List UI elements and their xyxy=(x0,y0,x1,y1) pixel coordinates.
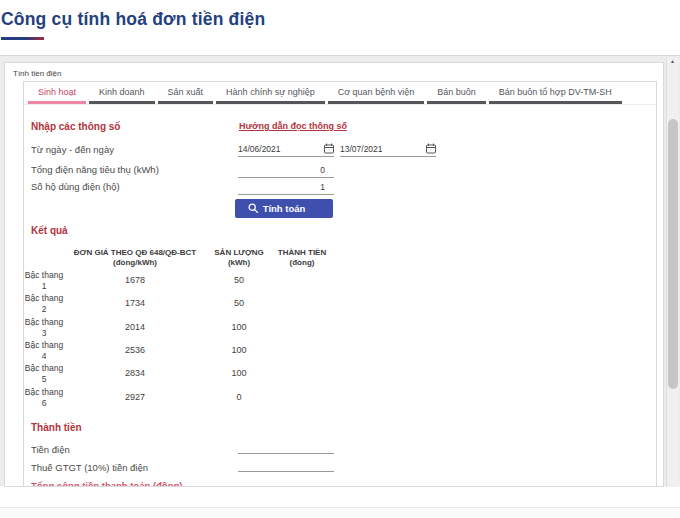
tier-number: 4 xyxy=(42,351,47,361)
tier-number: 1 xyxy=(42,281,47,291)
price-cell: 2834 xyxy=(125,368,145,378)
tier-number: 2 xyxy=(42,304,47,314)
widget-region: Tính tiền điện Sinh hoạt Kinh doanh Sản … xyxy=(0,55,680,486)
tier-label: Bậc thang xyxy=(25,270,63,280)
date-range-label: Từ ngày - đến ngày xyxy=(31,144,114,155)
input-section-title: Nhập các thông số xyxy=(31,121,120,132)
price-cell: 1678 xyxy=(125,275,145,285)
qty-cell: 50 xyxy=(234,275,244,285)
tab-kinh-doanh[interactable]: Kinh doanh xyxy=(89,82,155,104)
tier-label: Bậc thang xyxy=(25,317,63,327)
tab-bar: Sinh hoạt Kinh doanh Sản xuất Hành chính… xyxy=(24,82,656,105)
grand-total-label: Tổng cộng tiền thanh toán (đồng) xyxy=(31,480,182,487)
tier-label: Bậc thang xyxy=(25,387,63,397)
price-cell: 2014 xyxy=(125,322,145,332)
date-from-value: 14/06/2021 xyxy=(238,144,324,154)
households-input[interactable]: 1 xyxy=(238,180,334,195)
guide-link[interactable]: Hướng dẫn đọc thông số xyxy=(239,121,347,131)
calculator-panel: Tính tiền điện Sinh hoạt Kinh doanh Sản … xyxy=(4,62,664,487)
tier-number: 3 xyxy=(42,328,47,338)
date-to-input[interactable]: 13/07/2021 xyxy=(340,142,436,157)
results-section-title: Kết quả xyxy=(31,225,68,236)
vat-label: Thuế GTGT (10%) tiền điện xyxy=(31,462,148,473)
search-icon xyxy=(248,203,259,216)
totals-section-title: Thành tiền xyxy=(31,422,82,433)
tab-sinh-hoat[interactable]: Sinh hoạt xyxy=(28,82,86,104)
qty-cell: 100 xyxy=(231,322,246,332)
calendar-icon[interactable] xyxy=(426,143,436,156)
tab-co-quan-benh-vien[interactable]: Cơ quan bệnh viện xyxy=(328,82,424,104)
households-label: Số hộ dùng điện (hộ) xyxy=(31,181,120,192)
energy-value: 0 xyxy=(238,165,334,175)
tab-hanh-chinh-su-nghiep[interactable]: Hành chính sự nghiệp xyxy=(216,82,325,104)
price-cell: 2927 xyxy=(125,392,145,402)
tab-ban-buon-to-hop[interactable]: Bán buôn tổ hợp DV-TM-SH xyxy=(489,82,622,104)
scrollbar-up-arrow-icon[interactable]: ▲ xyxy=(666,57,679,66)
electricity-amount-label: Tiền điện xyxy=(31,444,70,455)
col-header-amount: THÀNH TIỀN xyxy=(278,248,326,257)
qty-cell: 0 xyxy=(236,392,241,402)
vat-output xyxy=(238,457,334,472)
tier-label: Bậc thang xyxy=(25,363,63,373)
date-from-input[interactable]: 14/06/2021 xyxy=(238,142,334,157)
col-header-amount-unit: (đồng) xyxy=(290,258,315,267)
title-accent-underline xyxy=(1,37,44,40)
calculate-button[interactable]: Tính toán xyxy=(235,199,333,218)
energy-input[interactable]: 0 xyxy=(238,163,334,178)
calculator-card: Sinh hoạt Kinh doanh Sản xuất Hành chính… xyxy=(23,81,657,487)
col-header-qty-unit: (kWh) xyxy=(228,258,250,267)
scrollbar-thumb[interactable] xyxy=(668,119,678,389)
tab-san-xuat[interactable]: Sản xuất xyxy=(158,82,214,104)
tier-number: 6 xyxy=(42,398,47,408)
footer-band xyxy=(0,507,680,518)
col-header-price: ĐƠN GIÁ THEO QĐ 648/QĐ-BCT xyxy=(74,248,196,257)
energy-label: Tổng điện năng tiêu thụ (kWh) xyxy=(31,164,159,175)
tier-label: Bậc thang xyxy=(25,340,63,350)
date-to-value: 13/07/2021 xyxy=(340,144,426,154)
electricity-bill-calculator-page: Công cụ tính hoá đơn tiền điện Tính tiền… xyxy=(0,0,680,518)
tier-number: 5 xyxy=(42,374,47,384)
electricity-amount-output xyxy=(238,439,334,454)
col-header-price-unit: (đồng/kWh) xyxy=(113,258,157,267)
tier-label: Bậc thang xyxy=(25,293,63,303)
tab-ban-buon[interactable]: Bán buôn xyxy=(427,82,486,104)
page-title: Công cụ tính hoá đơn tiền điện xyxy=(1,9,265,30)
households-value: 1 xyxy=(238,182,334,192)
price-cell: 1734 xyxy=(125,298,145,308)
qty-cell: 100 xyxy=(231,345,246,355)
col-header-qty: SẢN LƯỢNG xyxy=(214,248,263,257)
qty-cell: 100 xyxy=(231,368,246,378)
qty-cell: 50 xyxy=(234,298,244,308)
panel-label: Tính tiền điện xyxy=(13,69,61,78)
price-cell: 2536 xyxy=(125,345,145,355)
calendar-icon[interactable] xyxy=(324,143,334,156)
